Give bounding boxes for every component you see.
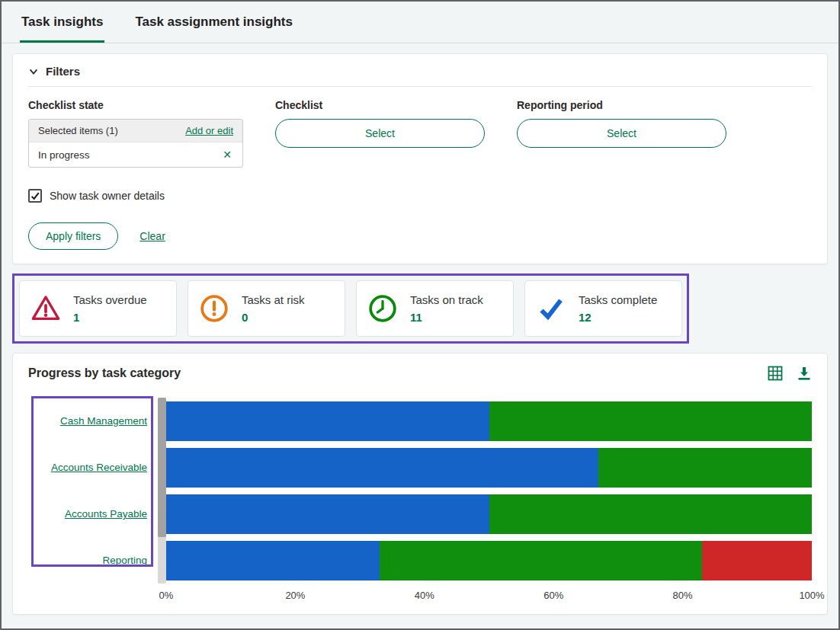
checkbox-checked-icon (28, 189, 42, 203)
bar-segment (166, 448, 598, 488)
category-link[interactable]: Accounts Receivable (51, 462, 147, 473)
axis-tick-label: 60% (543, 590, 563, 601)
stat-value: 12 (579, 311, 657, 324)
chevron-down-icon (28, 66, 39, 77)
bar-segment (166, 401, 489, 441)
checklist-state-label: Checklist state (28, 99, 243, 111)
highlight-box-stat-cards: Tasks overdue 1 Tasks at risk 0 (12, 273, 689, 344)
reporting-period-select-button[interactable]: Select (517, 119, 726, 148)
bar-segment (598, 448, 812, 488)
category-link[interactable]: Accounts Payable (65, 508, 147, 520)
filters-title: Filters (46, 65, 80, 78)
tab-bar: Task insights Task assignment insights (2, 2, 838, 43)
download-icon[interactable] (797, 366, 812, 381)
stacked-bar (166, 541, 812, 580)
stacked-bar (166, 494, 812, 534)
progress-panel: Progress by task category (12, 353, 828, 615)
tab-task-insights[interactable]: Task insights (20, 2, 104, 43)
warning-triangle-icon (30, 293, 61, 324)
stacked-bar (166, 448, 812, 488)
axis-tick-label: 40% (415, 590, 434, 601)
checklist-state-box: Selected items (1) Add or edit In progre… (28, 119, 243, 168)
filters-collapse-header[interactable]: Filters (28, 65, 812, 78)
exclamation-circle-icon (199, 293, 229, 324)
show-task-owner-details-checkbox[interactable]: Show task owner details (28, 189, 812, 203)
checklist-select-button[interactable]: Select (275, 119, 485, 148)
selected-items-count: Selected items (1) (38, 125, 118, 136)
stat-value: 1 (73, 311, 147, 324)
chart-area: Cash ManagementAccounts ReceivableAccoun… (28, 398, 812, 584)
checkbox-label: Show task owner details (50, 190, 165, 202)
chart-axis: 0%20%40%60%80%100% (166, 587, 812, 603)
chart-scrollbar[interactable] (158, 398, 166, 584)
chart-scrollbar-thumb[interactable] (158, 398, 166, 537)
stat-label: Tasks overdue (73, 293, 147, 306)
axis-tick-label: 0% (159, 590, 174, 601)
category-link[interactable]: Reporting (102, 555, 147, 566)
clock-icon (367, 293, 398, 324)
tab-task-assignment-insights[interactable]: Task assignment insights (133, 2, 294, 43)
chart-bars (166, 398, 812, 584)
bar-segment (489, 494, 813, 534)
remove-filter-icon[interactable]: ✕ (221, 149, 233, 161)
bar-segment (380, 541, 703, 580)
checklist-label: Checklist (275, 99, 485, 111)
progress-panel-title: Progress by task category (28, 366, 181, 380)
stacked-bar (166, 401, 812, 441)
clear-link[interactable]: Clear (139, 230, 165, 242)
chart-labels: Cash ManagementAccounts ReceivableAccoun… (28, 398, 158, 584)
main-content: Filters Checklist state Selected items (… (2, 43, 838, 625)
stat-label: Tasks on track (410, 293, 483, 306)
stat-card-tasks-complete: Tasks complete 12 (524, 280, 682, 337)
axis-tick-label: 20% (285, 590, 305, 601)
check-icon (536, 293, 566, 324)
selected-filter-value: In progress (38, 149, 90, 161)
stat-value: 11 (410, 311, 483, 324)
reporting-period-label: Reporting period (517, 99, 726, 111)
add-or-edit-link[interactable]: Add or edit (185, 125, 233, 136)
stat-label: Tasks complete (579, 293, 657, 306)
stat-value: 0 (242, 311, 305, 324)
page: Task insights Task assignment insights F… (2, 2, 838, 625)
selected-filter-chip: In progress ✕ (29, 142, 242, 167)
axis-tick-label: 100% (799, 590, 824, 601)
filters-panel: Filters Checklist state Selected items (… (12, 53, 828, 264)
stat-card-tasks-at-risk: Tasks at risk 0 (188, 280, 345, 337)
bar-segment (166, 541, 380, 580)
bar-segment (489, 401, 813, 441)
stat-label: Tasks at risk (242, 293, 305, 306)
apply-filters-button[interactable]: Apply filters (28, 222, 118, 250)
category-link[interactable]: Cash Management (60, 415, 147, 427)
stat-card-tasks-overdue: Tasks overdue 1 (19, 280, 177, 337)
axis-tick-label: 80% (673, 590, 693, 601)
table-icon[interactable] (768, 366, 783, 381)
stat-card-tasks-on-track: Tasks on track 11 (356, 280, 514, 337)
bar-segment (166, 494, 489, 534)
bar-segment (702, 541, 812, 580)
